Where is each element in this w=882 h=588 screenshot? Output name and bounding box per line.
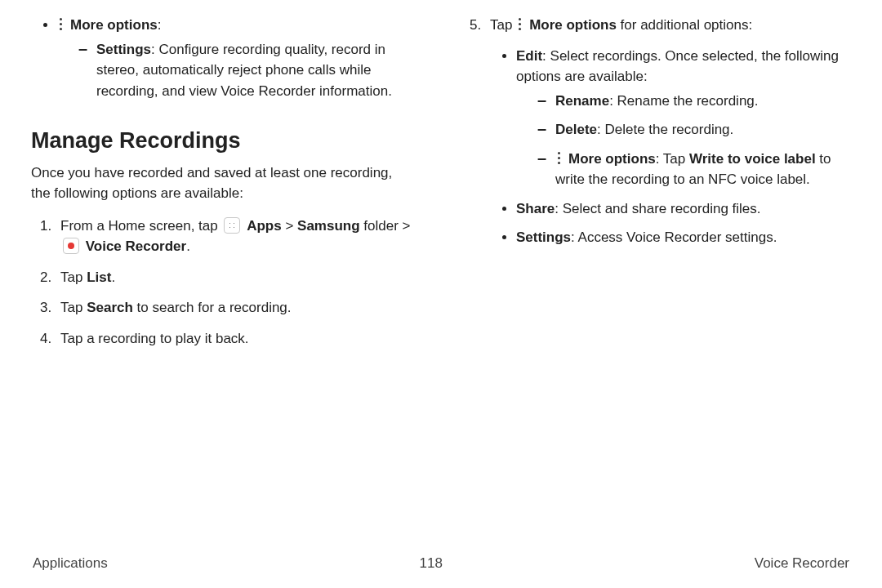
edit-label: Edit [516, 48, 542, 64]
edit-sublist: Rename: Rename the recording. Delete: De… [516, 91, 844, 190]
right-column: Tap More options for additional options:… [461, 15, 844, 555]
share-item: Share: Select and share recording files. [516, 198, 844, 220]
more-options-item: More options: Settings: Configure record… [57, 15, 415, 101]
more-options-label: More options [70, 17, 158, 33]
delete-item: Delete: Delete the recording. [537, 119, 844, 140]
more-options-sublist: Settings: Configure recording quality, r… [57, 39, 415, 102]
footer-right: Voice Recorder [755, 555, 849, 572]
intro-text: Once you have recorded and saved at leas… [31, 163, 415, 204]
more-options-list: More options: Settings: Configure record… [31, 15, 415, 101]
share-desc: : Select and share recording files. [555, 201, 760, 216]
settings-desc-2: : Access Voice Recorder settings. [571, 229, 777, 245]
edit-desc: : Select recordings. Once selected, the … [516, 48, 839, 85]
more-options-label-2: More options [529, 17, 617, 33]
steps-list-right: Tap More options for additional options:… [461, 15, 844, 248]
step5-bullets: Edit: Select recordings. Once selected, … [490, 46, 844, 248]
more-options-icon [555, 151, 565, 166]
rename-item: Rename: Rename the recording. [537, 91, 844, 112]
step-4: Tap a recording to play it back. [56, 328, 415, 350]
search-label: Search [87, 300, 133, 315]
step-1: From a Home screen, tap Apps > Samsung f… [56, 216, 415, 257]
share-label: Share [516, 201, 555, 216]
more-options-icon [516, 17, 526, 32]
delete-desc: : Delete the recording. [597, 122, 733, 137]
footer-left: Applications [33, 555, 108, 572]
rename-desc: : Rename the recording. [609, 93, 758, 109]
settings-label-2: Settings [516, 229, 571, 245]
voice-recorder-label: Voice Recorder [86, 238, 186, 254]
apps-label: Apps [247, 218, 282, 234]
mo-label: More options [568, 151, 656, 167]
edit-item: Edit: Select recordings. Once selected, … [516, 46, 844, 190]
settings-label: Settings [96, 42, 151, 57]
voice-recorder-icon [63, 238, 79, 254]
steps-list-left: From a Home screen, tap Apps > Samsung f… [31, 216, 415, 350]
page-footer: Applications 118 Voice Recorder [31, 555, 851, 572]
write-voice-label: Write to voice label [689, 151, 816, 167]
samsung-label: Samsung [297, 218, 360, 234]
step-2: Tap List. [56, 267, 415, 288]
more-options-icon [57, 17, 67, 32]
delete-label: Delete [555, 122, 597, 137]
footer-center: 118 [420, 555, 443, 572]
rename-label: Rename [555, 93, 609, 109]
apps-icon [224, 217, 240, 234]
left-column: More options: Settings: Configure record… [31, 15, 415, 555]
settings-item: Settings: Access Voice Recorder settings… [516, 227, 844, 248]
list-label: List [87, 270, 111, 285]
more-options-subitem: More options: Tap Write to voice label t… [537, 149, 844, 190]
step-3: Tap Search to search for a recording. [56, 297, 415, 318]
step-5: Tap More options for additional options:… [485, 15, 844, 248]
manage-recordings-heading: Manage Recordings [31, 124, 415, 158]
settings-subitem: Settings: Configure recording quality, r… [78, 39, 415, 102]
